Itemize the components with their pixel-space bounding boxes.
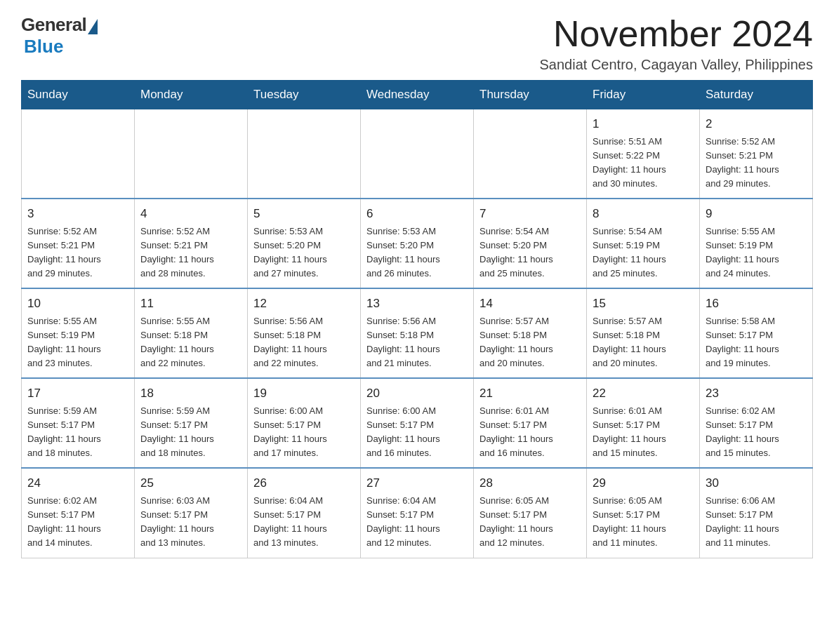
day-info: Sunrise: 5:55 AM Sunset: 5:18 PM Dayligh… xyxy=(140,314,241,371)
day-info: Sunrise: 6:04 AM Sunset: 5:17 PM Dayligh… xyxy=(253,494,355,551)
day-number: 19 xyxy=(253,384,355,403)
day-info: Sunrise: 6:01 AM Sunset: 5:17 PM Dayligh… xyxy=(593,404,694,461)
day-info: Sunrise: 5:54 AM Sunset: 5:20 PM Dayligh… xyxy=(479,224,581,281)
calendar-week-row: 10Sunrise: 5:55 AM Sunset: 5:19 PM Dayli… xyxy=(22,288,813,378)
calendar-day-cell xyxy=(135,109,248,199)
calendar-day-cell: 27Sunrise: 6:04 AM Sunset: 5:17 PM Dayli… xyxy=(361,468,474,558)
weekday-header-wednesday: Wednesday xyxy=(361,81,474,109)
day-info: Sunrise: 6:05 AM Sunset: 5:17 PM Dayligh… xyxy=(479,494,581,551)
day-number: 15 xyxy=(593,295,694,313)
day-info: Sunrise: 6:02 AM Sunset: 5:17 PM Dayligh… xyxy=(27,494,128,551)
day-number: 22 xyxy=(593,384,694,403)
calendar-day-cell: 11Sunrise: 5:55 AM Sunset: 5:18 PM Dayli… xyxy=(135,288,248,378)
calendar-day-cell: 30Sunrise: 6:06 AM Sunset: 5:17 PM Dayli… xyxy=(700,468,813,558)
day-info: Sunrise: 6:00 AM Sunset: 5:17 PM Dayligh… xyxy=(366,404,468,461)
calendar-day-cell: 10Sunrise: 5:55 AM Sunset: 5:19 PM Dayli… xyxy=(22,288,135,378)
logo-blue-text: Blue xyxy=(24,36,63,58)
calendar-day-cell xyxy=(361,109,474,199)
calendar-day-cell: 17Sunrise: 5:59 AM Sunset: 5:17 PM Dayli… xyxy=(22,378,135,468)
day-info: Sunrise: 5:52 AM Sunset: 5:21 PM Dayligh… xyxy=(706,135,807,192)
calendar-day-cell: 25Sunrise: 6:03 AM Sunset: 5:17 PM Dayli… xyxy=(135,468,248,558)
page-header: General Blue November 2024 Sandiat Centr… xyxy=(21,14,813,73)
calendar-day-cell xyxy=(22,109,135,199)
calendar-table: SundayMondayTuesdayWednesdayThursdayFrid… xyxy=(21,80,813,558)
calendar-day-cell: 22Sunrise: 6:01 AM Sunset: 5:17 PM Dayli… xyxy=(587,378,700,468)
day-info: Sunrise: 5:57 AM Sunset: 5:18 PM Dayligh… xyxy=(479,314,581,371)
calendar-day-cell: 13Sunrise: 5:56 AM Sunset: 5:18 PM Dayli… xyxy=(361,288,474,378)
day-number: 3 xyxy=(27,205,128,223)
weekday-header-tuesday: Tuesday xyxy=(248,81,361,109)
calendar-day-cell: 23Sunrise: 6:02 AM Sunset: 5:17 PM Dayli… xyxy=(700,378,813,468)
calendar-week-row: 3Sunrise: 5:52 AM Sunset: 5:21 PM Daylig… xyxy=(22,199,813,288)
day-number: 1 xyxy=(593,115,694,133)
day-number: 13 xyxy=(366,295,468,313)
day-number: 17 xyxy=(27,384,128,403)
day-info: Sunrise: 5:55 AM Sunset: 5:19 PM Dayligh… xyxy=(27,314,128,371)
logo-general-text: General xyxy=(21,14,86,36)
day-number: 7 xyxy=(479,205,581,223)
day-info: Sunrise: 5:55 AM Sunset: 5:19 PM Dayligh… xyxy=(706,224,807,281)
calendar-week-row: 1Sunrise: 5:51 AM Sunset: 5:22 PM Daylig… xyxy=(22,109,813,199)
weekday-header-friday: Friday xyxy=(587,81,700,109)
day-number: 9 xyxy=(706,205,807,223)
weekday-header-sunday: Sunday xyxy=(22,81,135,109)
day-number: 24 xyxy=(27,474,128,492)
day-info: Sunrise: 5:53 AM Sunset: 5:20 PM Dayligh… xyxy=(253,224,355,281)
calendar-day-cell: 3Sunrise: 5:52 AM Sunset: 5:21 PM Daylig… xyxy=(22,199,135,288)
calendar-week-row: 24Sunrise: 6:02 AM Sunset: 5:17 PM Dayli… xyxy=(22,468,813,558)
calendar-day-cell: 18Sunrise: 5:59 AM Sunset: 5:17 PM Dayli… xyxy=(135,378,248,468)
day-info: Sunrise: 5:56 AM Sunset: 5:18 PM Dayligh… xyxy=(253,314,355,371)
calendar-day-cell: 19Sunrise: 6:00 AM Sunset: 5:17 PM Dayli… xyxy=(248,378,361,468)
day-info: Sunrise: 6:02 AM Sunset: 5:17 PM Dayligh… xyxy=(706,404,807,461)
day-info: Sunrise: 5:57 AM Sunset: 5:18 PM Dayligh… xyxy=(593,314,694,371)
day-number: 8 xyxy=(593,205,694,223)
day-info: Sunrise: 6:03 AM Sunset: 5:17 PM Dayligh… xyxy=(140,494,241,551)
day-info: Sunrise: 5:59 AM Sunset: 5:17 PM Dayligh… xyxy=(27,404,128,461)
day-number: 2 xyxy=(706,115,807,133)
calendar-day-cell: 24Sunrise: 6:02 AM Sunset: 5:17 PM Dayli… xyxy=(22,468,135,558)
day-number: 23 xyxy=(706,384,807,403)
weekday-header-row: SundayMondayTuesdayWednesdayThursdayFrid… xyxy=(22,81,813,109)
calendar-day-cell: 15Sunrise: 5:57 AM Sunset: 5:18 PM Dayli… xyxy=(587,288,700,378)
calendar-day-cell: 12Sunrise: 5:56 AM Sunset: 5:18 PM Dayli… xyxy=(248,288,361,378)
month-year-title: November 2024 xyxy=(540,14,814,54)
day-info: Sunrise: 5:53 AM Sunset: 5:20 PM Dayligh… xyxy=(366,224,468,281)
day-info: Sunrise: 5:52 AM Sunset: 5:21 PM Dayligh… xyxy=(140,224,241,281)
day-number: 5 xyxy=(253,205,355,223)
day-number: 28 xyxy=(479,474,581,492)
day-number: 25 xyxy=(140,474,241,492)
day-info: Sunrise: 5:52 AM Sunset: 5:21 PM Dayligh… xyxy=(27,224,128,281)
calendar-day-cell: 9Sunrise: 5:55 AM Sunset: 5:19 PM Daylig… xyxy=(700,199,813,288)
calendar-day-cell: 20Sunrise: 6:00 AM Sunset: 5:17 PM Dayli… xyxy=(361,378,474,468)
calendar-day-cell: 5Sunrise: 5:53 AM Sunset: 5:20 PM Daylig… xyxy=(248,199,361,288)
day-number: 21 xyxy=(479,384,581,403)
calendar-week-row: 17Sunrise: 5:59 AM Sunset: 5:17 PM Dayli… xyxy=(22,378,813,468)
day-number: 6 xyxy=(366,205,468,223)
day-number: 29 xyxy=(593,474,694,492)
day-number: 16 xyxy=(706,295,807,313)
calendar-day-cell: 29Sunrise: 6:05 AM Sunset: 5:17 PM Dayli… xyxy=(587,468,700,558)
day-number: 30 xyxy=(706,474,807,492)
title-block: November 2024 Sandiat Centro, Cagayan Va… xyxy=(540,14,814,73)
day-info: Sunrise: 6:00 AM Sunset: 5:17 PM Dayligh… xyxy=(253,404,355,461)
day-number: 12 xyxy=(253,295,355,313)
calendar-day-cell: 26Sunrise: 6:04 AM Sunset: 5:17 PM Dayli… xyxy=(248,468,361,558)
day-info: Sunrise: 6:05 AM Sunset: 5:17 PM Dayligh… xyxy=(593,494,694,551)
calendar-day-cell: 8Sunrise: 5:54 AM Sunset: 5:19 PM Daylig… xyxy=(587,199,700,288)
day-info: Sunrise: 6:01 AM Sunset: 5:17 PM Dayligh… xyxy=(479,404,581,461)
weekday-header-thursday: Thursday xyxy=(474,81,587,109)
calendar-day-cell: 21Sunrise: 6:01 AM Sunset: 5:17 PM Dayli… xyxy=(474,378,587,468)
day-number: 4 xyxy=(140,205,241,223)
day-info: Sunrise: 5:58 AM Sunset: 5:17 PM Dayligh… xyxy=(706,314,807,371)
day-info: Sunrise: 5:54 AM Sunset: 5:19 PM Dayligh… xyxy=(593,224,694,281)
weekday-header-monday: Monday xyxy=(135,81,248,109)
logo-triangle-icon xyxy=(88,19,98,34)
day-number: 18 xyxy=(140,384,241,403)
weekday-header-saturday: Saturday xyxy=(700,81,813,109)
day-number: 20 xyxy=(366,384,468,403)
day-info: Sunrise: 5:59 AM Sunset: 5:17 PM Dayligh… xyxy=(140,404,241,461)
day-number: 10 xyxy=(27,295,128,313)
day-info: Sunrise: 5:56 AM Sunset: 5:18 PM Dayligh… xyxy=(366,314,468,371)
calendar-day-cell: 1Sunrise: 5:51 AM Sunset: 5:22 PM Daylig… xyxy=(587,109,700,199)
day-info: Sunrise: 6:06 AM Sunset: 5:17 PM Dayligh… xyxy=(706,494,807,551)
